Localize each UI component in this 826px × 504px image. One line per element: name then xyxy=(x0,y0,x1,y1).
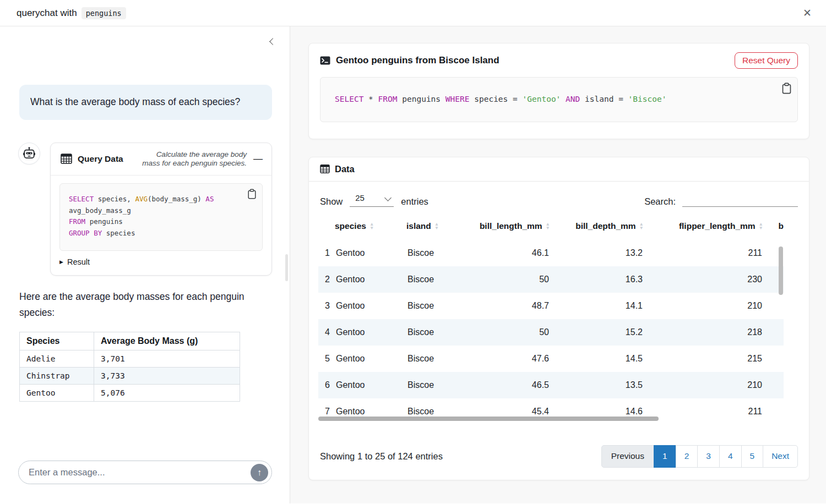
chat-result-table-body: Adelie3,701Chinstrap3,733Gentoo5,076 xyxy=(20,350,240,402)
main-sql-block: SELECT * FROM penguins WHERE species = '… xyxy=(320,77,798,122)
data-card: Data Show 25 entries Search: xyxy=(308,157,809,480)
dataset-chip: penguins xyxy=(81,7,126,19)
app-title: querychat with penguins xyxy=(17,7,126,19)
data-table-region: species▲▼island▲▼bill_length_mm▲▼bill_de… xyxy=(318,221,800,423)
column-header-island[interactable]: island▲▼ xyxy=(406,221,459,240)
data-card-title: Data xyxy=(335,164,355,174)
entries-info: Showing 1 to 25 of 124 entries xyxy=(320,451,443,462)
pagination: Previous12345Next xyxy=(601,445,798,468)
arrow-up-icon: ↑ xyxy=(257,468,262,478)
column-header-bill_depth_mm[interactable]: bill_depth_mm▲▼ xyxy=(550,221,644,240)
result-label: Result xyxy=(67,258,90,266)
table-row: 2GentooBiscoe5016.3230 xyxy=(318,266,784,293)
user-message-bubble: What is the average body mass of each sp… xyxy=(19,85,272,120)
reset-query-button[interactable]: Reset Query xyxy=(735,52,798,69)
page-button-4[interactable]: 4 xyxy=(719,445,742,468)
data-table-head-row: species▲▼island▲▼bill_length_mm▲▼bill_de… xyxy=(318,221,784,240)
sidebar-sql-block: SELECT species, AVG(body_mass_g) ASavg_b… xyxy=(59,183,263,251)
table-row: 4GentooBiscoe5015.2218 xyxy=(318,319,784,346)
sort-icon: ▲▼ xyxy=(434,222,439,230)
chevron-left-icon xyxy=(269,38,276,45)
data-card-header: Data xyxy=(309,157,809,182)
column-header-bill_length_mm[interactable]: bill_length_mm▲▼ xyxy=(459,221,550,240)
copy-icon[interactable] xyxy=(781,83,792,96)
assistant-answer-text: Here are the average body masses for eac… xyxy=(19,289,271,322)
result-disclosure[interactable]: ▶ Result xyxy=(59,258,90,266)
tool-card-collapse-button[interactable]: — xyxy=(252,154,264,165)
chat-sidebar: What is the average body mass of each sp… xyxy=(0,26,290,503)
assistant-message-row: Query Data Calculate the average body ma… xyxy=(18,143,272,276)
chat-result-col-species: Species xyxy=(20,332,94,350)
table-icon xyxy=(61,154,72,164)
data-table-body: 1GentooBiscoe46.113.22112GentooBiscoe501… xyxy=(318,240,784,423)
query-data-tool-card: Query Data Calculate the average body ma… xyxy=(50,143,272,276)
chat-input-bar: ↑ xyxy=(18,461,272,484)
sort-icon: ▲▼ xyxy=(759,222,763,230)
robot-icon xyxy=(22,146,36,161)
close-icon[interactable]: ✕ xyxy=(803,7,812,19)
show-label: Show xyxy=(320,196,343,207)
entries-label: entries xyxy=(401,196,428,207)
table-row: 1GentooBiscoe46.113.2211 xyxy=(318,240,784,266)
sort-icon: ▲▼ xyxy=(369,222,374,230)
column-header-b: b xyxy=(763,221,784,240)
search-label: Search: xyxy=(644,196,676,207)
data-table: species▲▼island▲▼bill_length_mm▲▼bill_de… xyxy=(318,221,784,423)
table-row: 5GentooBiscoe47.614.5215 xyxy=(318,346,784,372)
message-input[interactable] xyxy=(21,467,251,478)
query-card-header: Gentoo penguins from Biscoe Island Reset… xyxy=(320,52,798,69)
horizontal-scrollbar[interactable] xyxy=(318,417,659,421)
table-controls: Show 25 entries Search: xyxy=(320,193,798,207)
send-button[interactable]: ↑ xyxy=(251,464,268,481)
query-card: Gentoo penguins from Biscoe Island Reset… xyxy=(308,43,809,139)
sidebar-scrollbar[interactable] xyxy=(285,254,288,281)
page-button-1[interactable]: 1 xyxy=(654,445,676,468)
query-title: Gentoo penguins from Biscoe Island xyxy=(336,55,499,66)
search-input[interactable] xyxy=(682,193,798,207)
table-icon xyxy=(320,165,330,173)
page-length-select[interactable]: 25 xyxy=(350,193,394,207)
page-button-previous[interactable]: Previous xyxy=(601,445,654,468)
result-row: Chinstrap3,733 xyxy=(20,368,240,385)
triangle-right-icon: ▶ xyxy=(59,259,63,265)
main-panel: Gentoo penguins from Biscoe Island Reset… xyxy=(290,26,826,503)
sidebar-collapse-button[interactable] xyxy=(267,35,279,47)
result-row: Gentoo5,076 xyxy=(20,385,240,402)
copy-icon[interactable] xyxy=(247,189,257,201)
page-length-control: Show 25 entries xyxy=(320,193,428,207)
page-button-next[interactable]: Next xyxy=(763,445,798,468)
page-length-value: 25 xyxy=(355,193,365,202)
app-title-text: querychat with xyxy=(17,8,77,19)
tool-card-title: Query Data xyxy=(78,154,123,164)
column-header-flipper_length_mm[interactable]: flipper_length_mm▲▼ xyxy=(644,221,763,240)
page-button-3[interactable]: 3 xyxy=(697,445,720,468)
table-footer: Showing 1 to 25 of 124 entries Previous1… xyxy=(309,437,809,480)
sort-icon: ▲▼ xyxy=(639,222,644,230)
chevron-down-icon xyxy=(384,194,392,201)
chat-result-table: Species Average Body Mass (g) Adelie3,70… xyxy=(19,332,240,402)
column-header-species[interactable]: species▲▼ xyxy=(335,221,406,240)
search-control: Search: xyxy=(644,193,798,207)
chat-result-header-row: Species Average Body Mass (g) xyxy=(20,332,240,350)
bot-avatar xyxy=(18,143,40,165)
page-button-5[interactable]: 5 xyxy=(741,445,764,468)
tool-card-description: Calculate the average body mass for each… xyxy=(137,150,247,168)
result-row: Adelie3,701 xyxy=(20,350,240,368)
table-row: 3GentooBiscoe48.714.1210 xyxy=(318,293,784,319)
terminal-icon xyxy=(320,56,330,65)
topbar: querychat with penguins ✕ xyxy=(0,0,826,26)
column-header-rownum xyxy=(318,221,335,240)
tool-card-header: Query Data Calculate the average body ma… xyxy=(51,143,271,175)
vertical-scrollbar[interactable] xyxy=(779,246,783,295)
tool-card-body: SELECT species, AVG(body_mass_g) ASavg_b… xyxy=(51,175,271,275)
table-row: 6GentooBiscoe46.513.5210 xyxy=(318,372,784,398)
sort-icon: ▲▼ xyxy=(546,222,550,230)
chat-result-col-mass: Average Body Mass (g) xyxy=(94,332,240,350)
page-button-2[interactable]: 2 xyxy=(676,445,698,468)
data-table-scroll-area: species▲▼island▲▼bill_length_mm▲▼bill_de… xyxy=(318,221,800,423)
